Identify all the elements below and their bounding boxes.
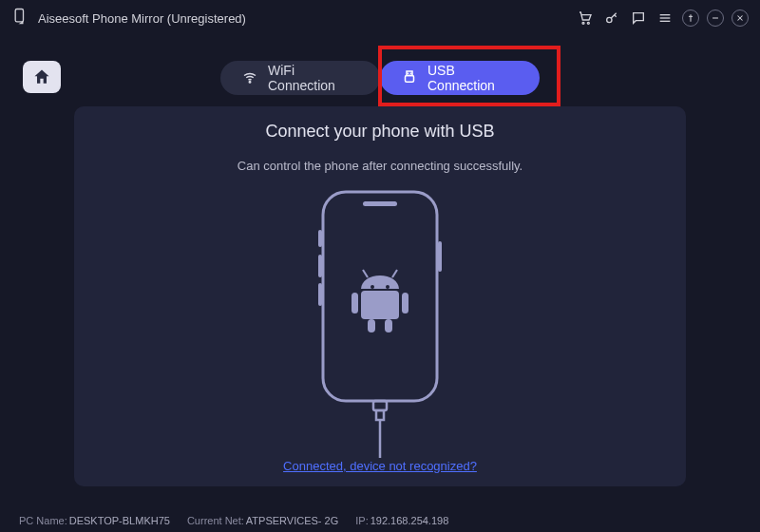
svg-rect-26 [361, 291, 399, 319]
svg-point-22 [370, 285, 374, 289]
pc-value: DESKTOP-BLMKH75 [69, 515, 170, 526]
svg-line-24 [363, 270, 368, 277]
status-net: Current Net:ATPSERVICES- 2G [187, 515, 338, 526]
panel-heading: Connect your phone with USB [74, 122, 686, 142]
usb-icon [401, 68, 418, 88]
minimize-icon[interactable] [707, 10, 724, 27]
ip-label: IP: [355, 515, 368, 526]
svg-point-11 [249, 81, 251, 83]
svg-rect-0 [15, 10, 23, 22]
svg-rect-27 [352, 293, 358, 314]
connection-tabs: WiFi Connection USB Connection [0, 61, 760, 95]
svg-rect-29 [368, 319, 375, 332]
status-ip: IP:192.168.254.198 [355, 515, 448, 526]
app-logo-icon [11, 7, 30, 29]
tab-usb-connection[interactable]: USB Connection [380, 61, 540, 95]
key-icon[interactable] [602, 9, 621, 28]
menu-icon[interactable] [656, 9, 674, 28]
cart-icon[interactable] [576, 9, 595, 28]
status-pc: PC Name:DESKTOP-BLMKH75 [19, 515, 170, 526]
svg-rect-20 [318, 283, 322, 306]
tab-wifi-connection[interactable]: WiFi Connection [220, 61, 380, 95]
svg-line-25 [392, 270, 397, 277]
main-panel: Connect your phone with USB Can control … [74, 106, 686, 486]
svg-rect-17 [363, 201, 397, 206]
panel-subtext: Can control the phone after connecting s… [74, 159, 686, 173]
phone-illustration [74, 184, 686, 458]
ip-value: 192.168.254.198 [370, 515, 449, 526]
svg-rect-28 [402, 293, 408, 314]
tab-usb-label: USB Connection [428, 63, 519, 93]
svg-rect-21 [438, 241, 442, 272]
svg-point-3 [607, 17, 612, 22]
titlebar: Aiseesoft Phone Mirror (Unregistered) [0, 0, 760, 36]
wifi-icon [241, 68, 258, 88]
chat-icon[interactable] [629, 9, 648, 28]
help-link[interactable]: Connected, device not recognized? [74, 459, 686, 473]
svg-rect-19 [318, 255, 322, 277]
pc-label: PC Name: [19, 515, 67, 526]
svg-point-2 [587, 22, 589, 24]
svg-rect-30 [385, 319, 392, 332]
app-title: Aiseesoft Phone Mirror (Unregistered) [38, 11, 246, 26]
net-label: Current Net: [187, 515, 244, 526]
net-value: ATPSERVICES- 2G [246, 515, 338, 526]
svg-rect-18 [318, 230, 322, 247]
svg-rect-12 [406, 75, 414, 82]
status-bar: PC Name:DESKTOP-BLMKH75 Current Net:ATPS… [19, 515, 448, 526]
svg-rect-32 [376, 410, 384, 420]
svg-point-1 [582, 22, 584, 24]
svg-point-23 [386, 285, 390, 289]
close-icon[interactable] [732, 10, 749, 27]
tab-wifi-label: WiFi Connection [268, 63, 359, 93]
pin-icon[interactable] [682, 10, 699, 27]
